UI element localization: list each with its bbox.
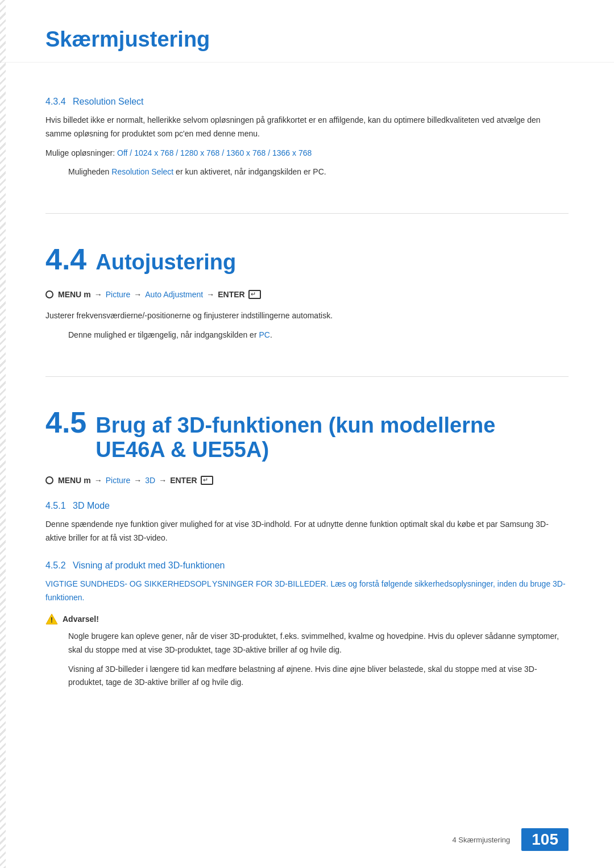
warning-text-1: Nogle brugere kan opleve gener, når de v… bbox=[68, 630, 569, 657]
subsection-heading-4-3-4: 4.3.4 Resolution Select bbox=[45, 97, 569, 107]
warning-text-2: Visning af 3D-billeder i længere tid kan… bbox=[68, 663, 569, 690]
section-4-5-heading-row: 4.5 Brug af 3D-funktionen (kun modellern… bbox=[45, 405, 569, 462]
section-4-5: 4.5 Brug af 3D-funktionen (kun modellern… bbox=[45, 405, 569, 690]
page-title: Skærmjustering bbox=[45, 27, 210, 51]
menu-circle-icon-2 bbox=[45, 476, 53, 484]
footer: 4 Skærmjustering 105 bbox=[452, 828, 569, 851]
decorative-stripe bbox=[0, 0, 6, 868]
section-4-3-4-note: Muligheden Resolution Select er kun akti… bbox=[68, 165, 569, 179]
subsection-heading-4-5-2: 4.5.2 Visning af produkt med 3D-funktion… bbox=[45, 560, 569, 571]
enter-icon-2 bbox=[201, 476, 213, 485]
section-4-3-4-resolutions: Mulige opløsninger: Off / 1024 x 768 / 1… bbox=[45, 147, 569, 160]
menu-instruction-4-4: MENU m → Picture → Auto Adjustment → ENT… bbox=[45, 290, 569, 299]
section-4-4-note: Denne mulighed er tilgængelig, når indga… bbox=[68, 329, 569, 342]
footer-section-label: 4 Skærmjustering bbox=[452, 836, 510, 844]
subsection-heading-4-5-1: 4.5.1 3D Mode bbox=[45, 501, 569, 511]
section-4-5-1-body1: Denne spændende nye funktion giver mulig… bbox=[45, 518, 569, 545]
section-4-3-4-body1: Hvis billedet ikke er normalt, hellerikk… bbox=[45, 114, 569, 141]
page-header: Skærmjustering bbox=[0, 17, 614, 63]
section-4-4: 4.4 Autojustering MENU m → Picture → Aut… bbox=[45, 242, 569, 342]
section-4-3: 4.3.4 Resolution Select Hvis billedet ik… bbox=[45, 97, 569, 179]
warning-triangle-icon: ! bbox=[45, 613, 58, 625]
menu-circle-icon bbox=[45, 290, 53, 298]
warning-block: ! Advarsel! Nogle brugere kan opleve gen… bbox=[45, 613, 569, 690]
enter-icon bbox=[248, 290, 261, 299]
svg-text:!: ! bbox=[51, 616, 53, 624]
warning-header: ! Advarsel! bbox=[45, 613, 569, 625]
warning-label: Advarsel! bbox=[63, 614, 99, 624]
critical-warning-text: VIGTIGE SUNDHEDS- OG SIKKERHEDSOPL YSNIN… bbox=[45, 578, 569, 605]
section-divider-1 bbox=[45, 213, 569, 214]
subsection-4-5-1: 4.5.1 3D Mode Denne spændende nye funkti… bbox=[45, 501, 569, 545]
footer-page-number: 105 bbox=[521, 828, 569, 851]
subsection-4-3-4: 4.3.4 Resolution Select Hvis billedet ik… bbox=[45, 97, 569, 179]
section-4-4-body1: Justerer frekvensværdierne/-positionerne… bbox=[45, 309, 569, 323]
menu-instruction-4-5: MENU m → Picture → 3D → ENTER bbox=[45, 476, 569, 485]
subsection-4-5-2: 4.5.2 Visning af produkt med 3D-funktion… bbox=[45, 560, 569, 690]
section-divider-2 bbox=[45, 376, 569, 377]
section-4-4-heading-row: 4.4 Autojustering bbox=[45, 242, 569, 276]
